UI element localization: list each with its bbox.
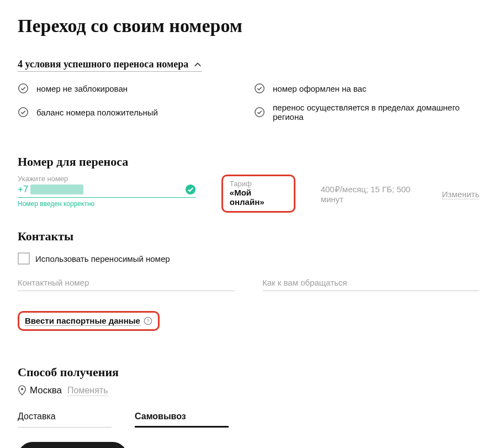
conditions-accordion-label: 4 условия успешного переноса номера: [18, 59, 188, 70]
condition-item: номер оформлен на вас: [254, 83, 479, 94]
location-pin-icon: [18, 385, 27, 396]
condition-text: баланс номера положительный: [36, 108, 158, 117]
checkbox-label: Использовать переносимый номер: [35, 254, 170, 263]
delivery-tabs: Доставка Самовывоз: [18, 408, 479, 428]
submit-order-button[interactable]: Оформить заказ: [18, 442, 128, 448]
check-circle-icon: [254, 83, 265, 94]
phone-prefix: +7: [18, 184, 28, 195]
check-circle-icon: [18, 107, 29, 118]
checkbox-icon[interactable]: [18, 252, 30, 265]
tab-pickup[interactable]: Самовывоз: [135, 408, 229, 428]
tariff-stats: 400₽/месяц; 15 ГБ; 500 минут: [321, 185, 432, 204]
check-circle-icon: [18, 83, 29, 94]
condition-text: номер оформлен на вас: [273, 84, 366, 93]
passport-label: Ввести паспортные данные: [25, 316, 140, 326]
change-tariff-link[interactable]: Изменить: [442, 189, 479, 199]
contact-name-input[interactable]: [262, 275, 479, 291]
help-icon[interactable]: ?: [144, 317, 152, 325]
delivery-heading: Способ получения: [18, 365, 479, 380]
valid-check-icon: [185, 184, 196, 195]
contacts-heading: Контакты: [18, 229, 479, 244]
tariff-highlight-box: Тариф «Мой онлайн»: [221, 175, 295, 213]
tab-delivery[interactable]: Доставка: [18, 408, 112, 428]
valid-note: Номер введен корректно: [18, 200, 196, 208]
svg-point-2: [19, 108, 28, 117]
condition-item: баланс номера положительный: [18, 103, 243, 122]
change-city-link[interactable]: Поменять: [67, 386, 108, 396]
tariff-name: «Мой онлайн»: [230, 188, 287, 207]
condition-item: перенос осуществляется в пределах домашн…: [254, 103, 479, 122]
transfer-heading: Номер для переноса: [18, 155, 479, 169]
transfer-number-label: Укажите номер: [18, 175, 196, 183]
chevron-up-icon: [194, 61, 202, 68]
svg-point-3: [255, 108, 264, 117]
use-transfer-number-checkbox-row[interactable]: Использовать переносимый номер: [18, 252, 479, 265]
svg-point-1: [255, 84, 264, 93]
tariff-label: Тариф: [230, 180, 287, 188]
svg-point-4: [186, 185, 195, 194]
svg-point-7: [21, 388, 23, 390]
conditions-list: номер не заблокирован номер оформлен на …: [18, 83, 479, 122]
condition-item: номер не заблокирован: [18, 83, 243, 94]
transfer-number-field[interactable]: Укажите номер +7 Номер введен корректно: [18, 175, 196, 208]
condition-text: перенос осуществляется в пределах домашн…: [273, 103, 479, 122]
page-title: Переход со своим номером: [18, 15, 479, 36]
passport-data-toggle[interactable]: Ввести паспортные данные ?: [18, 311, 160, 331]
condition-text: номер не заблокирован: [36, 84, 128, 93]
phone-masked-value: [30, 185, 83, 194]
svg-point-0: [19, 84, 28, 93]
contact-phone-input[interactable]: [18, 275, 235, 291]
check-circle-icon: [254, 107, 265, 118]
conditions-accordion-toggle[interactable]: 4 условия успешного переноса номера: [18, 59, 202, 72]
svg-text:?: ?: [146, 318, 150, 324]
delivery-city: Москва: [30, 385, 62, 396]
